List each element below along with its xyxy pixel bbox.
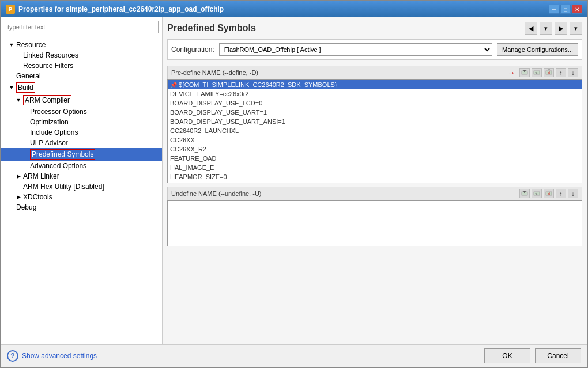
ok-button[interactable]: OK (484, 348, 530, 363)
predefine-list-item[interactable]: CC26XX_R2 (168, 145, 582, 154)
predefine-edit-button[interactable]: ✎ (532, 68, 542, 77)
predefine-list-item[interactable]: BOARD_DISPLAY_USE_LCD=0 (168, 98, 582, 108)
predefine-header: Pre-define NAME (--define, -D) → ✎ ✕ (167, 66, 582, 79)
advanced-settings-link[interactable]: Show advanced settings (22, 352, 97, 360)
svg-text:✕: ✕ (547, 71, 551, 75)
tree-label-arm-hex-utility: ARM Hex Utility [Disabled] (23, 183, 104, 191)
undefine-delete-button[interactable]: ✕ (544, 189, 554, 198)
right-panel: Predefined Symbols ◀ ▾ ▶ ▾ Configuration… (163, 17, 587, 344)
tree-area: ▼ResourceLinked ResourcesResource Filter… (1, 37, 162, 344)
tree-label-resource-filters: Resource Filters (23, 62, 73, 70)
predefine-delete-button[interactable]: ✕ (544, 68, 554, 77)
tree-item-xdctools[interactable]: ▶XDCtools (1, 192, 162, 202)
tree-label-include-options: Include Options (30, 128, 78, 136)
nav-forward2-button[interactable]: ▾ (570, 22, 582, 35)
predefine-list-item[interactable]: HEAPMGR_SIZE=0 (168, 172, 582, 181)
predefine-label: Pre-define NAME (--define, -D) (171, 69, 258, 76)
predefine-list-item[interactable]: HAL_IMAGE_E (168, 163, 582, 172)
filter-box (1, 17, 162, 37)
undefine-edit-button[interactable]: ✎ (532, 189, 542, 198)
predefine-add-button[interactable] (519, 68, 530, 77)
undefine-up-button[interactable]: ↑ (556, 189, 566, 198)
predefine-list-item[interactable]: FEATURE_OAD (168, 154, 582, 163)
symbols-section: Pre-define NAME (--define, -D) → ✎ ✕ (167, 66, 582, 340)
panel-title: Predefined Symbols (167, 23, 256, 33)
tree-label-xdctools: XDCtools (23, 193, 52, 201)
tree-label-debug: Debug (16, 203, 36, 211)
predefine-list[interactable]: 📌${COM_TI_SIMPLELINK_CC2640R2_SDK_SYMBOL… (167, 79, 582, 183)
tree-label-linked-resources: Linked Resources (23, 51, 78, 59)
svg-text:✕: ✕ (547, 192, 551, 196)
tree-item-debug[interactable]: Debug (1, 202, 162, 213)
nav-dropdown-button[interactable]: ▾ (540, 22, 552, 35)
panel-nav: ◀ ▾ ▶ ▾ (525, 22, 582, 35)
svg-text:✎: ✎ (535, 71, 538, 75)
predefine-list-item[interactable]: CC26XX (168, 135, 582, 145)
predefine-list-item[interactable]: BOARD_DISPLAY_USE_UART_ANSI=1 (168, 117, 582, 126)
nav-forward-button[interactable]: ▶ (555, 22, 567, 35)
tree-item-arm-hex-utility[interactable]: ARM Hex Utility [Disabled] (1, 181, 162, 192)
config-label: Configuration: (171, 45, 214, 54)
variable-icon: 📌 (170, 82, 177, 88)
tree-item-build[interactable]: ▼Build (1, 81, 162, 94)
cancel-button[interactable]: Cancel (535, 348, 581, 363)
panel-header: Predefined Symbols ◀ ▾ ▶ ▾ (167, 22, 582, 35)
undefine-icons: ✎ ✕ ↑ ↓ (519, 189, 578, 198)
tree-label-build: Build (16, 82, 35, 93)
dialog-window: P Properties for simple_peripheral_cc264… (0, 0, 588, 368)
predefine-list-item[interactable]: BOARD_DISPLAY_USE_UART=1 (168, 108, 582, 117)
manage-configurations-button[interactable]: Manage Configurations... (497, 43, 578, 56)
tree-item-ulp-advisor[interactable]: ULP Advisor (1, 138, 162, 148)
bottom-right: OK Cancel (484, 348, 581, 363)
predefine-up-button[interactable]: ↑ (556, 68, 566, 77)
undefine-section: Undefine NAME (--undefine, -U) ✎ ✕ (167, 187, 582, 246)
tree-item-include-options[interactable]: Include Options (1, 127, 162, 138)
content-area: ▼ResourceLinked ResourcesResource Filter… (1, 17, 587, 344)
help-icon[interactable]: ? (7, 350, 18, 362)
close-button[interactable]: ✕ (572, 5, 582, 14)
nav-back-button[interactable]: ◀ (525, 22, 537, 35)
tree-item-predefined-symbols[interactable]: Predefined Symbols (1, 148, 162, 161)
predefine-icons: → ✎ ✕ ↑ ↓ (507, 68, 578, 77)
tree-item-arm-linker[interactable]: ▶ARM Linker (1, 171, 162, 181)
title-bar-left: P Properties for simple_peripheral_cc264… (6, 5, 224, 14)
tree-arrow-build: ▼ (8, 84, 15, 91)
minimize-button[interactable]: ─ (549, 5, 559, 14)
tree-label-arm-compiler: ARM Compiler (23, 95, 71, 105)
undefine-add-button[interactable] (519, 189, 530, 198)
svg-text:✎: ✎ (535, 192, 538, 196)
predefine-section: Pre-define NAME (--define, -D) → ✎ ✕ (167, 66, 582, 183)
predefine-list-item[interactable]: CC2640R2_LAUNCHXL (168, 126, 582, 135)
tree-item-general[interactable]: General (1, 71, 162, 81)
config-select[interactable]: FlashROM_OAD_Offchip [ Active ] (219, 43, 492, 56)
tree-label-predefined-symbols: Predefined Symbols (30, 149, 95, 160)
tree-item-processor-options[interactable]: Processor Options (1, 107, 162, 117)
tree-label-processor-options: Processor Options (30, 108, 87, 116)
undefine-header: Undefine NAME (--undefine, -U) ✎ ✕ (167, 187, 582, 200)
undefine-down-button[interactable]: ↓ (568, 189, 578, 198)
tree-item-advanced-options[interactable]: Advanced Options (1, 161, 162, 171)
tree-arrow-arm-linker: ▶ (15, 173, 22, 180)
maximize-button[interactable]: □ (560, 5, 571, 14)
window-title: Properties for simple_peripheral_cc2640r… (18, 5, 224, 13)
tree-item-resource-filters[interactable]: Resource Filters (1, 60, 162, 71)
tree-label-general: General (16, 72, 41, 80)
config-row: Configuration: FlashROM_OAD_Offchip [ Ac… (167, 39, 582, 60)
bottom-bar: ? Show advanced settings OK Cancel (1, 344, 587, 367)
left-panel: ▼ResourceLinked ResourcesResource Filter… (1, 17, 163, 344)
undefine-list[interactable] (167, 200, 582, 246)
tree-label-resource: Resource (16, 41, 46, 49)
predefine-list-item[interactable]: DEVICE_FAMILY=cc26x0r2 (168, 89, 582, 98)
tree-item-optimization[interactable]: Optimization (1, 117, 162, 127)
filter-input[interactable] (5, 21, 159, 33)
tree-item-arm-compiler[interactable]: ▼ARM Compiler (1, 94, 162, 107)
predefine-list-item[interactable]: 📌${COM_TI_SIMPLELINK_CC2640R2_SDK_SYMBOL… (168, 80, 582, 89)
tree-arrow-arm-compiler: ▼ (15, 97, 22, 104)
predefine-down-button[interactable]: ↓ (568, 68, 578, 77)
undefine-label: Undefine NAME (--undefine, -U) (171, 190, 262, 197)
tree-arrow-xdctools: ▶ (15, 194, 22, 200)
tree-item-linked-resources[interactable]: Linked Resources (1, 50, 162, 60)
tree-item-resource[interactable]: ▼Resource (1, 40, 162, 50)
tree-label-arm-linker: ARM Linker (23, 172, 59, 180)
title-buttons: ─ □ ✕ (549, 5, 582, 14)
